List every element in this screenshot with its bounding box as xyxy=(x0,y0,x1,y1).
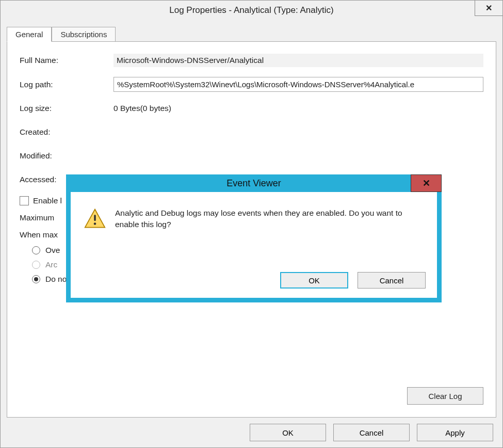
row-full-name: Full Name: Microsoft-Windows-DNSServer/A… xyxy=(20,53,483,68)
full-name-label: Full Name: xyxy=(20,56,113,65)
radio-overwrite-label: Ove xyxy=(45,246,60,255)
enable-logging-checkbox[interactable] xyxy=(20,196,29,205)
dialog-title: Event Viewer xyxy=(226,178,281,189)
full-name-value: Microsoft-Windows-DNSServer/Analytical xyxy=(113,54,483,67)
log-path-input[interactable]: %SystemRoot%\System32\Winevt\Logs\Micros… xyxy=(113,77,483,92)
svg-point-2 xyxy=(94,222,96,225)
dialog-cancel-button[interactable]: Cancel xyxy=(358,272,426,289)
event-viewer-dialog: Event Viewer ✕ Analytic and Debug logs m… xyxy=(66,174,442,302)
created-label: Created: xyxy=(20,127,113,137)
warning-icon xyxy=(84,207,106,229)
log-size-label: Log size: xyxy=(20,104,113,113)
radio-archive-label: Arc xyxy=(45,260,57,269)
radio-archive xyxy=(32,261,40,269)
dialog-body: Analytic and Debug logs may lose events … xyxy=(71,192,437,231)
window-footer: OK Cancel Apply xyxy=(1,418,502,447)
row-log-path: Log path: %SystemRoot%\System32\Winevt\L… xyxy=(20,77,483,92)
row-log-size: Log size: 0 Bytes(0 bytes) xyxy=(20,101,483,116)
log-path-label: Log path: xyxy=(20,80,113,89)
close-icon: ✕ xyxy=(423,178,430,189)
window-title: Log Properties - Analytical (Type: Analy… xyxy=(169,5,333,15)
row-created: Created: xyxy=(20,125,483,139)
dialog-footer: OK Cancel xyxy=(280,272,426,289)
modified-label: Modified: xyxy=(20,151,113,161)
svg-rect-1 xyxy=(94,215,96,221)
tab-subscriptions[interactable]: Subscriptions xyxy=(52,27,116,42)
dialog-close-button[interactable]: ✕ xyxy=(411,174,442,192)
dialog-titlebar[interactable]: Event Viewer ✕ xyxy=(66,174,442,192)
tab-general[interactable]: General xyxy=(7,27,52,42)
apply-button[interactable]: Apply xyxy=(417,424,493,441)
enable-logging-label: Enable l xyxy=(33,196,62,205)
log-size-value: 0 Bytes(0 bytes) xyxy=(113,104,483,113)
radio-no-overwrite[interactable] xyxy=(32,275,40,283)
max-size-label: Maximum xyxy=(20,213,54,222)
ok-button[interactable]: OK xyxy=(250,424,326,441)
window-close-button[interactable]: ✕ xyxy=(475,1,502,16)
cancel-button[interactable]: Cancel xyxy=(333,424,410,441)
dialog-message: Analytic and Debug logs may lose events … xyxy=(115,207,424,231)
radio-overwrite[interactable] xyxy=(32,246,40,254)
close-icon: ✕ xyxy=(485,3,492,13)
row-modified: Modified: xyxy=(20,149,483,163)
clear-log-button[interactable]: Clear Log xyxy=(407,387,483,405)
tabstrip: General Subscriptions xyxy=(7,27,496,42)
dialog-ok-button[interactable]: OK xyxy=(280,272,348,289)
window-titlebar[interactable]: Log Properties - Analytical (Type: Analy… xyxy=(1,1,502,20)
